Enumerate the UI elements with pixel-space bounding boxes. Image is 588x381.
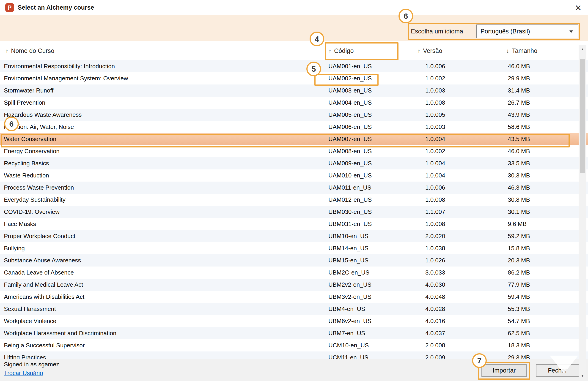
table-row[interactable]: Environmental Management System: Overvie… [0,72,588,84]
course-size: 86.2 MB [508,266,530,279]
table-row[interactable]: Substance Abuse Awareness UBM15-en_US 1.… [0,254,588,266]
scroll-up-icon[interactable]: ▲ [579,45,587,53]
table-row[interactable]: Proper Workplace Conduct UBM10-en_US 2.0… [0,230,588,242]
table-row[interactable]: Water Conservation UAM007-en_US 1.0.004 … [0,133,588,145]
course-code: UBM3v2-en_US [328,291,371,303]
table-row[interactable]: Environmental Responsibility: Introducti… [0,60,588,72]
course-version: 1.0.004 [425,157,445,169]
table-row[interactable]: Family and Medical Leave Act UBM2v2-en_U… [0,279,588,291]
course-size: 29.9 MB [508,72,530,84]
course-code: UAM006-en_US [328,121,372,133]
course-table-body: Environmental Responsibility: Introducti… [0,60,588,359]
course-size: 46.0 MB [508,60,530,72]
course-code: UBM4-en_US [328,303,365,315]
course-size: 59.2 MB [508,230,530,242]
course-name: Lifting Practices [4,351,324,359]
course-size: 26.7 MB [508,97,530,109]
language-dropdown[interactable]: Português (Brasil) [476,24,578,38]
course-size: 30.1 MB [508,206,530,218]
close-dialog-button[interactable]: Fechar [536,364,579,377]
table-row[interactable]: Stormwater Runoff UAM003-en_US 1.0.003 3… [0,84,588,97]
table-row[interactable]: Workplace Violence UBM6v2-en_US 4.0.016 … [0,315,588,327]
course-code: UAM008-en_US [328,145,372,157]
course-name: Recycling Basics [4,157,324,169]
course-version: 1.0.003 [425,121,445,133]
course-code: UAM001-en_US [328,60,372,72]
table-row[interactable]: Face Masks UBM031-en_US 1.0.008 9.6 MB [0,218,588,230]
course-name: Face Masks [4,218,324,230]
callout-7-import: 7 [472,353,487,368]
course-name: Workplace Harassment and Discrimination [4,327,324,339]
table-row[interactable]: Hazardous Waste Awareness UAM005-en_US 1… [0,109,588,121]
course-version: 1.0.038 [425,242,445,254]
table-row[interactable]: COVID-19: Overview UBM030-en_US 1.1.007 … [0,206,588,218]
course-size: 62.5 MB [508,327,530,339]
column-label: Versão [423,47,442,54]
course-version: 2.0.009 [425,351,445,359]
import-button[interactable]: Importar [482,364,527,377]
signed-in-text: Signed in as sgamez [4,361,59,368]
course-version: 4.0.037 [425,327,445,339]
course-size: 20.3 MB [508,254,530,266]
close-icon[interactable]: ✕ [573,2,584,14]
table-row[interactable]: Americans with Disabilities Act UBM3v2-e… [0,291,588,303]
column-header-nome-do-curso[interactable]: ↑Nome do Curso [5,41,54,60]
course-size: 33.5 MB [508,157,530,169]
course-name: Environmental Responsibility: Introducti… [4,60,324,72]
table-row[interactable]: Spill Prevention UAM004-en_US 1.0.008 26… [0,97,588,109]
course-code: UBM6v2-en_US [328,315,371,327]
table-row[interactable]: Energy Conservation UAM008-en_US 1.0.002… [0,145,588,157]
table-row[interactable]: Workplace Harassment and Discrimination … [0,327,588,339]
course-size: 77.9 MB [508,279,530,291]
course-name: Sexual Harassment [4,303,324,315]
switch-user-link[interactable]: Trocar Usuário [4,370,43,377]
language-dropdown-value: Português (Brasil) [481,25,530,38]
course-code: UAM007-en_US [328,133,372,145]
table-row[interactable]: Canada Leave of Absence UBM2C-en_US 3.0.… [0,266,588,279]
column-header-tamanho[interactable]: ↓Tamanho [506,41,537,60]
course-code: UAM002-en_US [328,72,372,84]
table-row[interactable]: Lifting Practices UCM11-en_US 2.0.009 29… [0,351,588,359]
course-name: Substance Abuse Awareness [4,254,324,266]
course-code: UAM003-en_US [328,84,372,97]
course-version: 1.0.006 [425,60,445,72]
course-size: 30.8 MB [508,194,530,206]
course-version: 1.1.007 [425,206,445,218]
callout-4-codigo: 4 [310,32,324,46]
table-row[interactable]: Being a Successful Supervisor UCM10-en_U… [0,339,588,351]
table-row[interactable]: Bullying UBM14-en_US 1.0.038 15.8 MB [0,242,588,254]
course-size: 30.3 MB [508,169,530,181]
course-name: Waste Reduction [4,169,324,181]
dialog-title: Select an Alchemy course [18,4,94,11]
table-row[interactable]: Sexual Harassment UBM4-en_US 4.0.028 55.… [0,303,588,315]
course-size: 31.4 MB [508,84,530,97]
course-version: 1.0.006 [425,181,445,194]
course-name: Family and Medical Leave Act [4,279,324,291]
course-version: 1.0.004 [425,133,445,145]
scroll-thumb[interactable] [580,59,585,173]
course-name: COVID-19: Overview [4,206,324,218]
table-row[interactable]: Process Waste Prevention UAM011-en_US 1.… [0,181,588,194]
table-row[interactable]: Waste Reduction UAM010-en_US 1.0.004 30.… [0,169,588,181]
course-name: Americans with Disabilities Act [4,291,324,303]
column-label: Tamanho [512,47,537,54]
column-header-codigo[interactable]: ↑Código [328,41,354,60]
course-name: Water Conservation [4,133,324,145]
table-row[interactable]: Everyday Sustainability UAM012-en_US 1.0… [0,194,588,206]
column-header-versao[interactable]: ↑Versão [417,41,442,60]
callout-5-code-cell: 5 [306,61,321,76]
course-size: 18.3 MB [508,339,530,351]
scroll-down-icon[interactable]: ▼ [579,372,587,380]
table-row[interactable]: Pollution: Air, Water, Noise UAM006-en_U… [0,121,588,133]
course-version: 1.0.008 [425,218,445,230]
column-label: Nome do Curso [11,47,54,54]
course-code: UBM14-en_US [328,242,368,254]
table-row[interactable]: Recycling Basics UAM009-en_US 1.0.004 33… [0,157,588,169]
course-name: Everyday Sustainability [4,194,324,206]
scrollbar[interactable]: ▲ ▼ [579,45,587,380]
course-version: 1.0.002 [425,72,445,84]
sort-down-icon: ↓ [506,47,509,54]
course-code: UAM012-en_US [328,194,372,206]
course-name: Pollution: Air, Water, Noise [4,121,324,133]
course-code: UBM031-en_US [328,218,372,230]
